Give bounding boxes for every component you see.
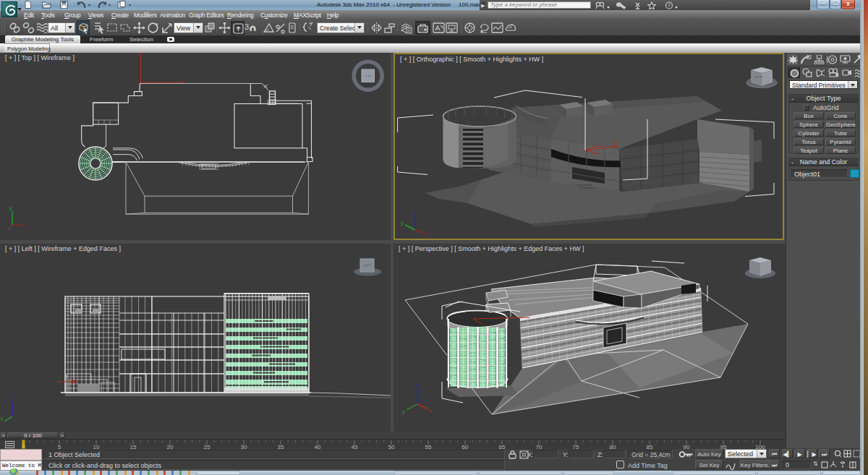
svg-text:y: y xyxy=(1,416,4,421)
svg-text:z: z xyxy=(415,382,418,388)
svg-text:LEFT: LEFT xyxy=(363,264,371,268)
svg-text:FRONT: FRONT xyxy=(754,76,764,79)
svg-text:z: z xyxy=(413,210,416,215)
svg-text:z: z xyxy=(10,397,13,402)
svg-text:y: y xyxy=(402,409,405,415)
svg-text:x: x xyxy=(426,232,429,237)
svg-text:x: x xyxy=(25,223,27,228)
svg-text:TOP: TOP xyxy=(365,74,371,78)
svg-text:y: y xyxy=(9,205,12,211)
svg-text:?: ? xyxy=(668,3,671,8)
svg-text:y: y xyxy=(401,221,404,226)
svg-text:x: x xyxy=(429,408,432,414)
